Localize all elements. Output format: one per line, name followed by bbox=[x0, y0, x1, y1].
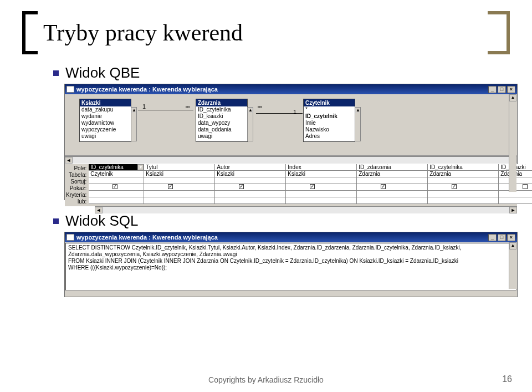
sql-line: WHERE (((Ksiazki.wypozyczenie)=No)); bbox=[68, 264, 514, 271]
v-scrollbar[interactable]: ▲ bbox=[509, 242, 516, 289]
grid-cell[interactable]: Index bbox=[286, 164, 357, 171]
scrollbar[interactable]: ▲ bbox=[131, 107, 137, 141]
grid-cell[interactable] bbox=[89, 197, 144, 204]
field[interactable]: Imie bbox=[304, 120, 355, 126]
show-checkbox[interactable] bbox=[523, 184, 528, 189]
grid-cell[interactable] bbox=[89, 191, 144, 197]
grid-cell[interactable] bbox=[428, 197, 499, 204]
grid-cell[interactable] bbox=[144, 191, 215, 197]
scrollbar[interactable]: ▲ bbox=[247, 107, 253, 141]
window-titlebar[interactable]: wypozyczenia kwerenda : Kwerenda wybiera… bbox=[65, 84, 517, 94]
grid-cell[interactable]: ID_czytelnika bbox=[428, 164, 499, 171]
grid-cell[interactable] bbox=[286, 177, 357, 184]
slide-title: Tryby pracy kwerend bbox=[43, 19, 243, 46]
close-button[interactable]: × bbox=[507, 234, 515, 241]
grid-cell[interactable] bbox=[89, 184, 144, 191]
grid-cell[interactable] bbox=[286, 191, 357, 197]
grid-cell[interactable] bbox=[286, 197, 357, 204]
show-checkbox[interactable] bbox=[239, 184, 244, 189]
grid-cell[interactable]: Zdarznia bbox=[428, 171, 499, 177]
grid-cell[interactable]: Czytelnik bbox=[89, 171, 144, 177]
sql-text-area[interactable]: SELECT DISTINCTROW Czytelnik.ID_czytelni… bbox=[65, 243, 516, 291]
grid-cell[interactable]: Autor bbox=[215, 164, 286, 171]
qbe-relationship-pane[interactable]: Ksiazki data_zakupu wydanie wydawnictow … bbox=[65, 94, 517, 156]
field[interactable]: wydanie bbox=[80, 113, 131, 120]
grid-cell[interactable] bbox=[428, 191, 499, 197]
table-czytelnik[interactable]: Czytelnik * ID_czytelnik Imie Nazwisko A… bbox=[303, 99, 355, 142]
grid-cell[interactable] bbox=[428, 177, 499, 184]
field[interactable]: Nazwisko bbox=[304, 126, 355, 133]
h-scrollbar-top[interactable]: ◄ ► bbox=[65, 156, 517, 164]
relation-inf: ∞ bbox=[186, 103, 190, 110]
grid-cell[interactable] bbox=[89, 177, 144, 184]
grid-cell[interactable] bbox=[357, 177, 428, 184]
field[interactable]: data_zakupu bbox=[80, 106, 131, 113]
show-checkbox[interactable] bbox=[381, 184, 386, 189]
field[interactable]: * bbox=[304, 106, 355, 113]
grid-cell[interactable] bbox=[428, 184, 499, 191]
field[interactable]: uwagi bbox=[80, 133, 131, 140]
field[interactable]: ID_ksiazki bbox=[196, 113, 247, 120]
relation-one: 1 bbox=[142, 103, 146, 110]
field[interactable]: data_oddania bbox=[196, 126, 247, 133]
sql-line: Zdarznia.data_wypozyczenia, Ksiazki.wypo… bbox=[68, 251, 514, 258]
table-zdarznia[interactable]: Zdarznia ID_czytelnika ID_ksiazki data_w… bbox=[196, 99, 248, 142]
grid-cell[interactable] bbox=[144, 184, 215, 191]
bullet-sql-text: Widok SQL bbox=[65, 212, 139, 230]
minimize-button[interactable]: _ bbox=[488, 86, 497, 93]
scroll-track[interactable] bbox=[73, 157, 509, 164]
grid-cell[interactable] bbox=[286, 184, 357, 191]
grid-label-tabela: Tabela: bbox=[66, 172, 86, 179]
field[interactable]: ID_czytelnik bbox=[304, 113, 355, 120]
grid-cell[interactable] bbox=[215, 184, 286, 191]
show-checkbox[interactable] bbox=[168, 184, 173, 189]
field[interactable]: uwagi bbox=[196, 133, 247, 140]
maximize-button[interactable]: □ bbox=[498, 234, 506, 241]
v-scrollbar[interactable]: ▲ bbox=[509, 94, 516, 192]
grid-cell[interactable]: Ksiazki bbox=[215, 171, 286, 177]
maximize-button[interactable]: □ bbox=[498, 86, 506, 93]
grid-cell[interactable] bbox=[215, 177, 286, 184]
grid-cell[interactable] bbox=[357, 184, 428, 191]
grid-cell[interactable] bbox=[144, 177, 215, 184]
show-checkbox[interactable] bbox=[452, 184, 457, 189]
scroll-left-button[interactable]: ◄ bbox=[95, 207, 103, 213]
minimize-button[interactable]: _ bbox=[488, 234, 497, 241]
show-checkbox[interactable] bbox=[310, 184, 315, 189]
window-title-text: wypozyczenia kwerenda : Kwerenda wybiera… bbox=[76, 86, 488, 93]
relation-one: 1 bbox=[293, 109, 296, 115]
grid-cell[interactable]: ID_zdarzenia bbox=[357, 164, 428, 171]
h-scrollbar-bottom[interactable]: ◄ ► bbox=[95, 206, 517, 213]
scroll-left-button[interactable]: ◄ bbox=[65, 157, 73, 164]
grid-cell[interactable]: Ksiazki bbox=[144, 171, 215, 177]
field[interactable]: wydawnictow bbox=[80, 120, 131, 126]
sql-window: wypozyczenia kwerenda : Kwerenda wybiera… bbox=[64, 232, 518, 297]
grid-cell[interactable]: Zdarznia bbox=[357, 171, 428, 177]
window-titlebar[interactable]: wypozyczenia kwerenda : Kwerenda wybiera… bbox=[65, 232, 517, 242]
field[interactable]: wypozyczenie bbox=[80, 126, 131, 133]
grid-cell[interactable] bbox=[215, 191, 286, 197]
relation-line bbox=[138, 110, 193, 110]
scroll-track[interactable] bbox=[103, 207, 509, 213]
close-button[interactable]: × bbox=[507, 86, 515, 93]
show-checkbox[interactable] bbox=[112, 184, 117, 189]
grid-cell[interactable] bbox=[357, 191, 428, 197]
page-number: 16 bbox=[502, 374, 512, 384]
grid-cell[interactable]: Ksiazki bbox=[286, 171, 357, 177]
grid-cell[interactable] bbox=[215, 197, 286, 204]
footer-copyright: Copyrights by Arkadiusz Rzucidło bbox=[0, 375, 532, 384]
grid-cell[interactable]: Tytul bbox=[144, 164, 215, 171]
query-icon bbox=[66, 86, 74, 93]
field[interactable]: ID_czytelnika bbox=[196, 106, 247, 113]
scrollbar[interactable]: ▲ bbox=[355, 107, 361, 141]
scroll-right-button[interactable]: ► bbox=[509, 207, 517, 213]
bullet-qbe: Widok QBE bbox=[53, 64, 510, 82]
table-ksiazki[interactable]: Ksiazki data_zakupu wydanie wydawnictow … bbox=[79, 99, 131, 142]
grid-cell[interactable] bbox=[144, 197, 215, 204]
field[interactable]: data_wypozy bbox=[196, 120, 247, 126]
grid-label-kryteria: Kryteria: bbox=[66, 192, 86, 198]
grid-cell[interactable]: ID_czytelnika▾ bbox=[89, 164, 144, 171]
grid-cell[interactable] bbox=[357, 197, 428, 204]
field[interactable]: Adres bbox=[304, 133, 355, 140]
grid-cell[interactable] bbox=[499, 197, 532, 204]
